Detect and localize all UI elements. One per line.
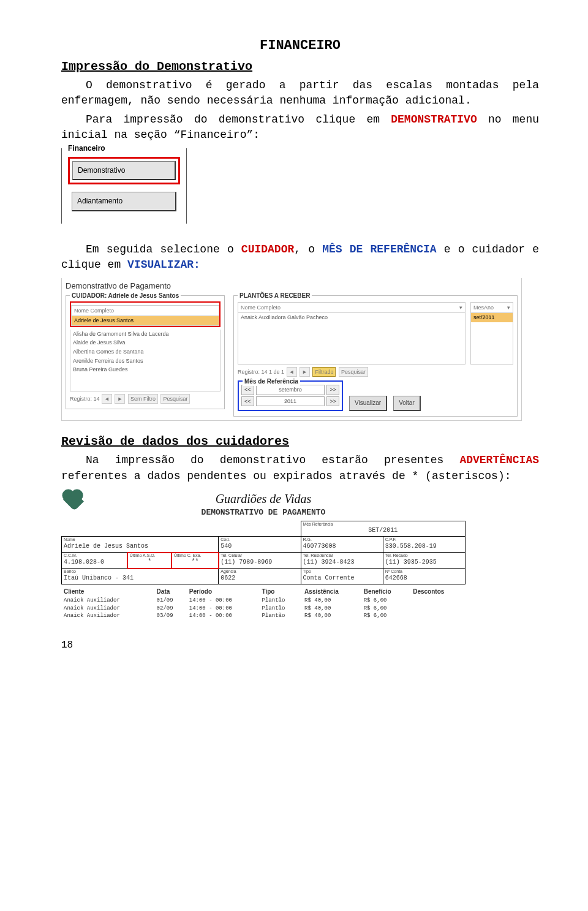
mesano-list[interactable]: MesAno ▾ set/2011 <box>470 302 513 365</box>
paragraph-intro: O demonstrativo é gerado a partir das es… <box>61 78 539 108</box>
label-num-conta: Nº Conta <box>385 569 463 573</box>
year-next-button[interactable]: >> <box>326 396 339 407</box>
groupbox-plantoes-legend: PLANTÕES A RECEBER <box>238 292 312 300</box>
cell: R$ 6,00 <box>361 597 411 605</box>
list-item[interactable]: Alisha de Gramomont Silva de Lacerda <box>70 330 220 339</box>
cell: R$ 6,00 <box>361 612 411 620</box>
list-item[interactable]: Anaick Auxiliadora Galvão Pacheco <box>238 313 465 322</box>
hl-mes-referencia: MÊS DE REFERÊNCIA <box>322 243 436 255</box>
logo-icon <box>61 490 86 515</box>
value-cel: (11) 7989-8969 <box>221 559 272 565</box>
cuidador-list-rest[interactable]: Alisha de Gramomont Silva de Lacerda Ala… <box>70 330 221 391</box>
cell: Plantão <box>260 612 303 620</box>
nav-filter-button[interactable]: Filtrado <box>312 367 336 377</box>
paragraph-advertencias: Na impressão do demonstrativo estarão pr… <box>61 453 539 483</box>
visualizar-button[interactable]: Visualizar <box>349 396 387 411</box>
hl-advertencias: ADVERTÊNCIAS <box>459 454 539 466</box>
list-item[interactable]: Alaide de Jesus Silva <box>70 338 220 347</box>
text: Em seguida selecione o <box>86 243 241 255</box>
text: , o <box>294 243 322 255</box>
panel-legend-financeiro: Financeiro <box>66 143 107 154</box>
brand-name: Guardiões de Vidas <box>92 490 435 507</box>
value-cod: 540 <box>221 543 232 550</box>
cell: R$ 6,00 <box>361 605 411 613</box>
value-nome: Adriele de Jesus Santos <box>64 543 148 550</box>
hl-demonstrativo: DEMONSTRATIVO <box>391 113 477 126</box>
value-cpf: 330.558.208-19 <box>385 543 437 550</box>
groupbox-plantoes: PLANTÕES A RECEBER Nome Completo ▾ Anaic… <box>233 295 518 417</box>
col-tipo: Tipo <box>260 587 303 597</box>
label-cel: Tel. Celular <box>221 553 298 558</box>
nav-prev-button[interactable]: ◄ <box>287 367 297 377</box>
groupbox-cuidador-legend: CUIDADOR: Adriele de Jesus Santos <box>70 292 181 300</box>
nav-label: Registro: 14 <box>70 396 100 402</box>
nav-prev-button[interactable]: ◄ <box>102 394 112 404</box>
nav-search-input[interactable]: Pesquisar <box>339 367 368 377</box>
col-cliente: Cliente <box>61 587 154 597</box>
cell: Plantão <box>260 605 303 613</box>
nav-label: Registro: 14 1 de 1 <box>238 369 284 375</box>
highlight-rect-cuidador-list: Nome Completo Adriele de Jesus Santos <box>70 301 221 327</box>
adiantamento-button[interactable]: Adiantamento <box>72 192 176 211</box>
col-data: Data <box>154 587 187 597</box>
label-rec: Tel. Recado <box>385 553 463 558</box>
month-value: setembro <box>256 385 325 395</box>
text: Na impressão do demonstrativo estarão pr… <box>86 454 459 466</box>
label-cpf: C.P.F. <box>385 537 463 542</box>
page-title: FINANCEIRO <box>61 37 539 56</box>
label-cod: Cód. <box>221 537 298 542</box>
month-next-button[interactable]: >> <box>326 385 339 395</box>
sort-icon[interactable]: ▾ <box>507 304 510 312</box>
page-number: 18 <box>61 638 539 652</box>
value-banco: Itaú Unibanco - 341 <box>64 575 134 581</box>
year-prev-button[interactable]: << <box>241 396 254 407</box>
nav-next-button[interactable]: ► <box>115 394 125 404</box>
plantoes-list[interactable]: Nome Completo ▾ Anaick Auxiliadora Galvã… <box>238 302 466 365</box>
label-mes-ref: Mês Referência <box>303 522 464 526</box>
voltar-button[interactable]: Voltar <box>393 396 421 411</box>
label-tipo-conta: Tipo <box>303 569 381 573</box>
list-item[interactable]: set/2011 <box>471 313 513 322</box>
record-navigator-right[interactable]: Registro: 14 1 de 1 ◄ ► Filtrado Pesquis… <box>238 367 513 377</box>
table-row: Anaick Auxiliador 03/09 14:00 - 00:00 Pl… <box>61 612 466 620</box>
nav-filter-button[interactable]: Sem Filtro <box>128 394 158 404</box>
cell: Anaick Auxiliador <box>61 605 154 613</box>
screenshot-demonstrativo-report: Guardiões de Vidas DEMONSTRATIVO DE PAGA… <box>61 490 466 620</box>
value-ccm: 4.198.028-0 <box>64 559 104 565</box>
sort-icon[interactable]: ▾ <box>459 304 462 312</box>
label-banco: Banco <box>64 569 216 573</box>
report-info-table: Mês ReferênciaSET/2011 NomeAdriele de Je… <box>61 521 466 584</box>
nav-search-input[interactable]: Pesquisar <box>160 394 190 404</box>
list-item[interactable]: Adriele de Jesus Santos <box>72 316 219 325</box>
label-aso: Último A.S.O. <box>130 553 170 558</box>
label-rg: R.G. <box>303 537 381 542</box>
cell: 14:00 - 00:00 <box>187 612 260 620</box>
nav-next-button[interactable]: ► <box>300 367 310 377</box>
month-prev-button[interactable]: << <box>241 385 254 395</box>
demonstrativo-button[interactable]: Demonstrativo <box>72 161 176 181</box>
cell: R$ 40,00 <box>302 612 361 620</box>
groupbox-mes-legend: Mês de Referência <box>243 377 300 386</box>
hl-visualizar: VISUALIZAR: <box>127 259 200 271</box>
cell <box>410 597 466 605</box>
screenshot-financeiro-panel: Financeiro Demonstrativo Adiantamento <box>61 148 187 224</box>
value-res: (11) 3924-8423 <box>303 559 355 565</box>
list-item[interactable]: Arenilde Ferreira dos Santos <box>70 357 220 366</box>
col-periodo: Período <box>187 587 260 597</box>
paragraph-select-cuidador: Em seguida selecione o CUIDADOR, o MÊS D… <box>61 242 539 273</box>
col-beneficio: Benefício <box>361 587 411 597</box>
col-nome-completo: Nome Completo <box>241 304 459 312</box>
cell: 14:00 - 00:00 <box>187 597 260 605</box>
col-assistencia: Assistência <box>302 587 361 597</box>
screenshot-demonstrativo-pagamento: Demonstrativo de Pagamento CUIDADOR: Adr… <box>61 278 522 421</box>
record-navigator-left[interactable]: Registro: 14 ◄ ► Sem Filtro Pesquisar <box>70 394 221 404</box>
cell: Anaick Auxiliador <box>61 597 154 605</box>
cuidador-list[interactable]: Nome Completo Adriele de Jesus Santos <box>71 305 219 326</box>
cell: Plantão <box>260 597 303 605</box>
label-exa: Último C. Exa. <box>174 553 216 558</box>
cell: R$ 40,00 <box>302 597 361 605</box>
cell: R$ 40,00 <box>302 605 361 613</box>
list-item[interactable]: Albertina Gomes de Santana <box>70 347 220 357</box>
cell: 02/09 <box>154 605 187 613</box>
list-item[interactable]: Bruna Pereira Guedes <box>70 365 220 374</box>
